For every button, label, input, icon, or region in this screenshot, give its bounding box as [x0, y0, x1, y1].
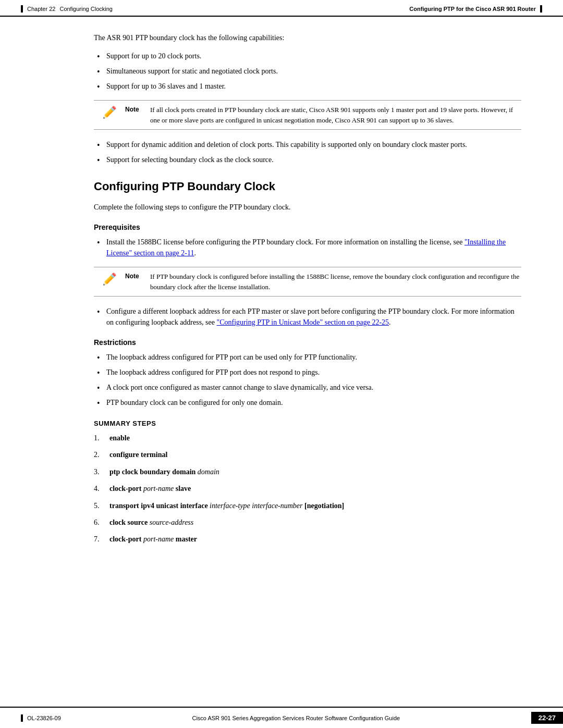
footer-left: OL-23826-09: [21, 714, 61, 722]
step-3: ptp clock boundary domain domain: [94, 466, 521, 478]
step-7-italic: port-name: [143, 535, 174, 543]
step-6: clock source source-address: [94, 517, 521, 528]
step-6-bold: clock source: [109, 519, 148, 526]
header-right: Configuring PTP for the Cisco ASR 901 Ro…: [409, 5, 542, 13]
footer-doc-number: OL-23826-09: [27, 715, 61, 721]
main-content: The ASR 901 PTP boundary clock has the f…: [0, 17, 563, 582]
restrictions-heading: Restrictions: [94, 338, 521, 347]
step-1-bold: enable: [109, 434, 130, 442]
intro-lead: The ASR 901 PTP boundary clock has the f…: [94, 32, 521, 43]
restrictions-bullets: The loopback address configured for PTP …: [94, 352, 521, 408]
step-4: clock-port port-name slave: [94, 483, 521, 495]
step-7-bold: clock-port: [109, 535, 141, 543]
list-item: The loopback address configured for PTP …: [94, 352, 521, 363]
prerequisites-bullets-2: Configure a different loopback address f…: [94, 306, 521, 328]
header-chapter-title: Configuring Clocking: [59, 6, 113, 12]
note-box-2: ✏️ Note If PTP boundary clock is configu…: [94, 267, 521, 297]
list-item: PTP boundary clock can be configured for…: [94, 397, 521, 408]
header-left: Chapter 22 Configuring Clocking: [21, 5, 113, 13]
footer-bar-left: [21, 714, 23, 722]
note-icon-col-2: ✏️: [94, 272, 125, 286]
summary-steps-heading: SUMMARY STEPS: [94, 419, 521, 427]
step-3-italic: domain: [198, 468, 219, 476]
prereq2-link[interactable]: "Configuring PTP in Unicast Mode" sectio…: [217, 318, 389, 326]
header-right-title: Configuring PTP for the Cisco ASR 901 Ro…: [409, 6, 536, 12]
step-4-bold: clock-port: [109, 485, 141, 492]
footer-page-number: 22-27: [531, 712, 563, 724]
note-label-2: Note: [125, 272, 145, 280]
prereq2-text-after: .: [389, 318, 391, 326]
list-item: The loopback address configured for PTP …: [94, 367, 521, 378]
step-7-bold-2: master: [176, 535, 197, 543]
note-pencil-icon: ✏️: [103, 106, 117, 119]
note-icon-col: ✏️: [94, 105, 125, 119]
intro-bullets: Support for up to 20 clock ports. Simult…: [94, 51, 521, 92]
footer-center: Cisco ASR 901 Series Aggregation Service…: [61, 715, 531, 721]
prerequisites-heading: Prerequisites: [94, 223, 521, 231]
step-5-italic: interface-type interface-number: [210, 502, 302, 510]
page-footer: OL-23826-09 Cisco ASR 901 Series Aggrega…: [0, 707, 563, 728]
header-bar-right: [540, 5, 542, 13]
header-chapter-label: Chapter 22: [27, 6, 55, 12]
step-2-bold: configure terminal: [109, 451, 167, 459]
section-heading: Configuring PTP Boundary Clock: [94, 180, 521, 193]
list-item: Configure a different loopback address f…: [94, 306, 521, 328]
step-7: clock-port port-name master: [94, 534, 521, 545]
list-item: Install the 1588BC license before config…: [94, 237, 521, 258]
step-6-italic: source-address: [150, 519, 194, 526]
list-item: Support for up to 36 slaves and 1 master…: [94, 81, 521, 92]
section-intro: Complete the following steps to configur…: [94, 202, 521, 213]
prerequisites-bullets: Install the 1588BC license before config…: [94, 237, 521, 258]
list-item: Support for dynamic addition and deletio…: [94, 139, 521, 150]
step-4-italic: port-name: [143, 485, 174, 492]
step-5: transport ipv4 unicast interface interfa…: [94, 500, 521, 512]
note-text-1: If all clock ports created in PTP bounda…: [150, 105, 521, 125]
prereq-text-after: .: [194, 249, 196, 257]
step-2: configure terminal: [94, 449, 521, 461]
step-4-bold-2: slave: [176, 485, 191, 492]
list-item: Support for selecting boundary clock as …: [94, 154, 521, 165]
summary-steps-list: enable configure terminal ptp clock boun…: [94, 433, 521, 546]
list-item: Support for up to 20 clock ports.: [94, 51, 521, 61]
intro-bullets-2: Support for dynamic addition and deletio…: [94, 139, 521, 165]
step-5-bold-2: [negotiation]: [304, 502, 344, 510]
step-5-bold: transport ipv4 unicast interface: [109, 502, 208, 510]
note-pencil-icon-2: ✏️: [103, 273, 117, 286]
header-bar-left: [21, 5, 23, 13]
page-header: Chapter 22 Configuring Clocking Configur…: [0, 0, 563, 17]
list-item: A clock port once configured as master c…: [94, 382, 521, 393]
step-3-bold: ptp clock boundary domain: [109, 468, 195, 476]
note-box-1: ✏️ Note If all clock ports created in PT…: [94, 100, 521, 130]
step-1: enable: [94, 433, 521, 444]
list-item: Simultaneous support for static and nego…: [94, 66, 521, 77]
prereq-text-before: Install the 1588BC license before config…: [106, 238, 464, 246]
note-label: Note: [125, 105, 145, 113]
note-text-2: If PTP boundary clock is configured befo…: [150, 272, 521, 292]
